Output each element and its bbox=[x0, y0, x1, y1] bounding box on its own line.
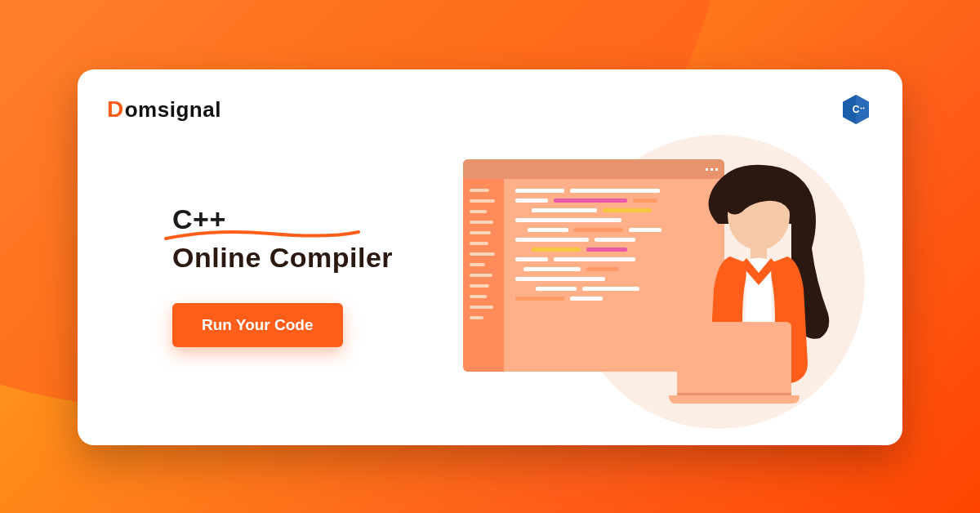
person-illustration bbox=[669, 158, 857, 412]
card-header: Domsignal C ++ bbox=[107, 92, 873, 127]
hero-illustration bbox=[459, 127, 873, 416]
brand-logo: Domsignal bbox=[107, 96, 221, 123]
hero-text-block: C++ Online Compiler Run Your Code bbox=[107, 195, 459, 347]
brand-logo-rest: omsignal bbox=[125, 97, 221, 123]
card-content: C++ Online Compiler Run Your Code bbox=[107, 127, 873, 416]
svg-rect-5 bbox=[751, 244, 767, 259]
svg-text:C: C bbox=[853, 104, 860, 115]
hero-title-line2: Online Compiler bbox=[172, 242, 459, 274]
brand-logo-prefix: D bbox=[107, 96, 124, 123]
underline-swoosh-icon bbox=[164, 229, 360, 242]
cpp-badge-icon: C ++ bbox=[839, 92, 873, 127]
svg-text:++: ++ bbox=[860, 105, 866, 110]
hero-title-line1: C++ bbox=[172, 203, 226, 235]
laptop-illustration bbox=[669, 322, 800, 412]
editor-sidebar bbox=[463, 179, 504, 372]
run-code-button[interactable]: Run Your Code bbox=[172, 303, 343, 347]
hero-card: Domsignal C ++ C++ Online Compiler Run Y… bbox=[78, 69, 902, 445]
